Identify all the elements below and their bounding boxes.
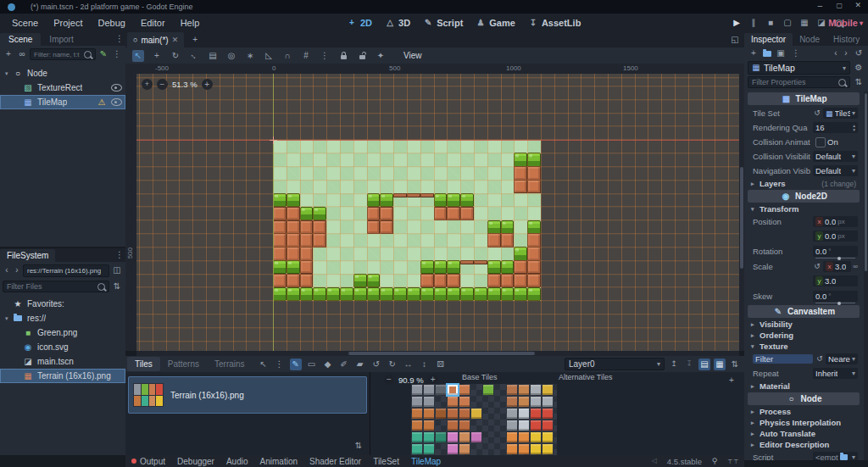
atlas-tile[interactable] (459, 385, 470, 395)
slider-grabber[interactable] (837, 302, 841, 305)
bottom-panel-debugger[interactable]: Debugger (177, 457, 214, 466)
bone-icon[interactable]: ✦ (375, 50, 387, 62)
layer-down-icon[interactable]: ↧ (683, 359, 695, 370)
scene-node-node[interactable]: ▾○Node (0, 66, 125, 81)
minimize-icon[interactable]: – (817, 1, 822, 10)
movie-clapper-icon[interactable]: ◪ (815, 17, 827, 29)
menu-debug[interactable]: Debug (97, 18, 125, 28)
atlas-tile[interactable] (542, 385, 553, 395)
value-dropdown[interactable]: Nearest▾ (826, 353, 858, 364)
new-tab-icon[interactable]: + (189, 34, 201, 46)
zoom-percent[interactable]: 51.3 % (172, 80, 198, 89)
layer-select-dropdown[interactable]: Layer0 ▾ (565, 358, 665, 370)
menu-project[interactable]: Project (53, 18, 82, 28)
bottom-panel-animation[interactable]: Animation (260, 457, 298, 466)
menu-dots-icon[interactable]: ⋮ (114, 249, 125, 261)
close-icon[interactable]: ✕ (854, 1, 861, 9)
atlas-tile[interactable] (459, 420, 470, 431)
sort-sources-icon[interactable]: ⇅ (729, 359, 741, 370)
group-texture[interactable]: ▾Texture (746, 341, 861, 352)
slider-track[interactable] (815, 258, 855, 259)
save-resource-icon[interactable]: ▣ (775, 47, 787, 59)
pin-bottom-panel-icon[interactable]: ⚲ (709, 455, 721, 467)
group-auto-translate[interactable]: ▸Auto Translate (746, 428, 861, 439)
add-node-icon[interactable]: + (3, 48, 14, 60)
atlas-tile-selected[interactable] (448, 385, 458, 395)
fs-item-icon-svg[interactable]: ◉icon.svg (0, 340, 125, 354)
rect-tool-icon[interactable]: ▭ (306, 359, 318, 370)
atlas-tile[interactable] (412, 432, 422, 442)
grab-pan-icon[interactable]: + (726, 375, 737, 386)
load-resource-icon[interactable] (763, 51, 771, 57)
scene-tab-main[interactable]: ○ main(*) ✕ (127, 32, 184, 47)
atlas-zoom-percent[interactable]: 90.9 % (398, 375, 424, 385)
picker-tool-icon[interactable]: ✐ (338, 359, 350, 370)
bucket-tool-icon[interactable]: ◆ (322, 359, 334, 370)
atlas-tile[interactable] (507, 397, 517, 407)
center-view-icon[interactable]: + (142, 79, 153, 90)
inspected-node-dropdown[interactable]: ▦ TileMap ▾ (748, 61, 850, 75)
cursor-icon[interactable]: ↖ (258, 359, 270, 370)
paint-tool-icon[interactable]: ✎ (290, 359, 302, 370)
workspace-tab-script[interactable]: ✎Script (422, 17, 463, 29)
highlight-layer-toggle[interactable]: ▤ (698, 359, 710, 370)
atlas-tile[interactable] (507, 409, 517, 419)
atlas-tile[interactable] (519, 444, 529, 454)
snap-magnet-icon[interactable]: ∩ (281, 50, 293, 62)
visibility-toggle-icon[interactable] (110, 82, 122, 94)
atlas-tile[interactable] (448, 397, 458, 407)
bottom-panel-tileset[interactable]: TileSet (373, 457, 399, 466)
fs-item-main-tscn[interactable]: ◪main.tscn (0, 354, 125, 369)
atlas-tile[interactable] (448, 409, 458, 419)
atlas-tile[interactable] (412, 397, 422, 407)
forward-icon[interactable]: › (13, 264, 21, 276)
workspace-tab-game[interactable]: ♟Game (475, 17, 515, 29)
zoom-in-icon[interactable]: + (202, 79, 213, 90)
tree-expand-icon[interactable]: ▾ (5, 315, 12, 322)
atlas-tile[interactable] (459, 444, 470, 454)
atlas-tile[interactable] (507, 432, 517, 442)
atlas-tile[interactable] (424, 444, 434, 454)
layer-up-icon[interactable]: ↥ (668, 359, 680, 370)
scene-filter-input[interactable]: Filter: name, t:t (30, 48, 96, 60)
unlock-icon[interactable] (356, 50, 368, 62)
value-slider[interactable]: 0.0° (813, 291, 858, 302)
filter-properties-input[interactable]: Filter Properties (748, 76, 850, 88)
inspector-tab-inspector[interactable]: Inspector (744, 33, 793, 46)
atlas-tile[interactable] (471, 409, 481, 419)
atlas-tile[interactable] (424, 385, 434, 395)
menu-editor[interactable]: Editor (141, 18, 165, 28)
value-dropdown[interactable]: Default▾ (813, 151, 858, 162)
pivot-icon[interactable]: ◎ (225, 50, 237, 62)
grid-toggle[interactable]: ▦ (714, 359, 726, 370)
extra-resource-options-icon[interactable]: ⚙ (853, 62, 865, 74)
atlas-tile[interactable] (531, 385, 541, 395)
view-menu-button[interactable]: View (397, 50, 429, 61)
value-num[interactable]: x3.0 (823, 261, 851, 272)
fs-item-favorites[interactable]: ★Favorites: (0, 297, 125, 311)
atlas-tile[interactable] (531, 397, 541, 407)
rotate-left-icon[interactable]: ↺ (370, 359, 382, 370)
split-view-icon[interactable]: ◫ (111, 264, 123, 276)
flip-h-icon[interactable]: ↔ (403, 359, 415, 370)
value-script[interactable]: <empty▾ (813, 452, 858, 460)
attach-script-icon[interactable]: ✎ (97, 48, 109, 60)
run-profile-dropdown[interactable]: Mobile ▾ (828, 18, 863, 28)
sort-tiles-icon[interactable]: ⇅ (353, 440, 364, 452)
sort-properties-icon[interactable]: ⇅ (853, 76, 865, 88)
atlas-tile[interactable] (424, 432, 434, 442)
atlas-tile[interactable] (519, 397, 529, 407)
ruler-icon[interactable]: ◺ (263, 50, 275, 62)
remote-debug-icon[interactable]: ▢ (782, 17, 793, 29)
atlas-tile[interactable] (459, 409, 470, 419)
atlas-tile[interactable] (424, 397, 434, 407)
menu-dots-icon[interactable]: ⋮ (111, 48, 123, 60)
load-script-icon[interactable] (840, 454, 848, 460)
atlas-tile[interactable] (448, 432, 458, 442)
history-back-icon[interactable]: ‹ (832, 47, 839, 59)
atlas-tile[interactable] (412, 444, 422, 454)
menu-help[interactable]: Help (181, 18, 200, 28)
group-ordering[interactable]: ▸Ordering (746, 330, 861, 341)
fs-item-green-png[interactable]: ■Green.png (0, 325, 125, 340)
group-transform[interactable]: ▾Transform (746, 203, 861, 214)
